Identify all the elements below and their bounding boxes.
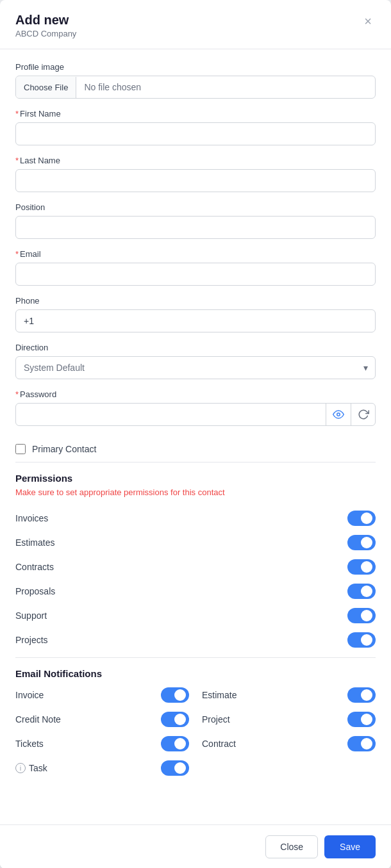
- email-label: *Email: [15, 249, 376, 259]
- permission-label-contracts: Contracts: [15, 562, 54, 572]
- refresh-icon: [358, 409, 369, 420]
- notif-label-estimate: Estimate: [202, 690, 237, 700]
- permission-label-estimates: Estimates: [15, 537, 54, 548]
- toggle-support[interactable]: [347, 608, 376, 623]
- permissions-list: Invoices Estimates Contracts: [15, 506, 376, 652]
- last-name-label: *Last Name: [15, 156, 376, 165]
- permission-row-projects: Projects: [15, 628, 376, 652]
- toggle-support-slider: [347, 608, 376, 623]
- toggle-invoices[interactable]: [347, 511, 376, 526]
- toggle-credit-note-notif-slider: [161, 712, 189, 727]
- notif-row-project: Project: [202, 707, 376, 732]
- phone-group: Phone +1: [15, 296, 376, 332]
- first-name-group: *First Name: [15, 109, 376, 145]
- toggle-invoice-notif[interactable]: [161, 687, 189, 703]
- svg-point-0: [337, 413, 340, 416]
- toggle-tickets-notif[interactable]: [161, 736, 189, 751]
- eye-icon: [333, 409, 344, 420]
- notif-row-invoice: Invoice: [15, 683, 189, 707]
- permissions-warning: Make sure to set appropriate permissions…: [15, 487, 376, 497]
- position-input[interactable]: [15, 216, 376, 239]
- notif-label-credit-note: Credit Note: [15, 714, 61, 725]
- toggle-invoice-notif-slider: [161, 687, 189, 703]
- modal-body: Profile image Choose File No file chosen…: [0, 49, 391, 817]
- toggle-contract-notif-slider: [347, 736, 376, 751]
- direction-label: Direction: [15, 343, 376, 352]
- toggle-task-notif[interactable]: [161, 760, 189, 776]
- phone-input[interactable]: +1: [15, 309, 376, 332]
- toggle-estimates-slider: [347, 535, 376, 550]
- email-notifications-title: Email Notifications: [15, 668, 376, 679]
- permissions-title: Permissions: [15, 473, 376, 484]
- file-name-display: No file chosen: [76, 76, 149, 98]
- password-icons: [326, 403, 376, 426]
- modal-footer: Close Save: [0, 824, 391, 868]
- password-label: *Password: [15, 389, 376, 399]
- modal-header: Add new ABCD Company ×: [0, 0, 391, 49]
- modal-title-block: Add new ABCD Company: [15, 13, 76, 38]
- add-new-modal: Add new ABCD Company × Profile image Cho…: [0, 0, 391, 868]
- password-group: *Password: [15, 389, 376, 426]
- permission-row-proposals: Proposals: [15, 579, 376, 603]
- notif-label-task: i Task: [15, 763, 47, 773]
- permission-label-projects: Projects: [15, 635, 48, 645]
- first-name-input[interactable]: [15, 122, 376, 145]
- task-info-icon: i: [15, 763, 26, 773]
- toggle-password-visibility-button[interactable]: [326, 403, 351, 426]
- toggle-estimates[interactable]: [347, 535, 376, 550]
- toggle-proposals-slider: [347, 584, 376, 599]
- phone-label: Phone: [15, 296, 376, 306]
- modal-close-button[interactable]: ×: [360, 13, 376, 30]
- profile-image-label: Profile image: [15, 62, 376, 72]
- permission-row-invoices: Invoices: [15, 506, 376, 530]
- toggle-tickets-notif-slider: [161, 736, 189, 751]
- first-name-label: *First Name: [15, 109, 376, 119]
- password-wrapper: [15, 403, 376, 426]
- toggle-proposals[interactable]: [347, 584, 376, 599]
- toggle-project-notif-slider: [347, 712, 376, 727]
- toggle-contract-notif[interactable]: [347, 736, 376, 751]
- permissions-section: Permissions Make sure to set appropriate…: [15, 462, 376, 657]
- toggle-invoices-slider: [347, 511, 376, 526]
- toggle-contracts[interactable]: [347, 559, 376, 575]
- toggle-contracts-slider: [347, 559, 376, 575]
- notif-row-credit-note: Credit Note: [15, 707, 189, 732]
- primary-contact-group: Primary Contact: [15, 436, 376, 462]
- modal-subtitle: ABCD Company: [15, 29, 76, 38]
- permission-label-support: Support: [15, 610, 47, 621]
- toggle-estimate-notif-slider: [347, 687, 376, 703]
- refresh-password-button[interactable]: [351, 403, 376, 426]
- password-input[interactable]: [15, 403, 376, 426]
- permission-row-support: Support: [15, 603, 376, 628]
- last-name-input[interactable]: [15, 169, 376, 192]
- direction-select[interactable]: System Default LTR RTL: [15, 356, 376, 379]
- choose-file-button[interactable]: Choose File: [16, 77, 76, 98]
- last-name-group: *Last Name: [15, 156, 376, 192]
- direction-select-wrapper: System Default LTR RTL ▾: [15, 356, 376, 379]
- email-notifications-section: Email Notifications Invoice Credit Note: [15, 657, 376, 785]
- toggle-projects[interactable]: [347, 632, 376, 648]
- notif-row-estimate: Estimate: [202, 683, 376, 707]
- primary-contact-label[interactable]: Primary Contact: [32, 444, 96, 454]
- save-button[interactable]: Save: [324, 835, 376, 858]
- primary-contact-checkbox[interactable]: [15, 444, 26, 454]
- notif-label-project: Project: [202, 714, 230, 725]
- close-button[interactable]: Close: [265, 835, 318, 858]
- permission-label-invoices: Invoices: [15, 513, 48, 523]
- profile-image-group: Profile image Choose File No file chosen: [15, 62, 376, 99]
- notifications-right-col: Estimate Project Con: [202, 683, 376, 780]
- toggle-credit-note-notif[interactable]: [161, 712, 189, 727]
- direction-group: Direction System Default LTR RTL ▾: [15, 343, 376, 379]
- toggle-task-notif-slider: [161, 760, 189, 776]
- file-input-wrapper: Choose File No file chosen: [15, 76, 376, 99]
- email-group: *Email: [15, 249, 376, 286]
- permission-row-contracts: Contracts: [15, 555, 376, 579]
- toggle-project-notif[interactable]: [347, 712, 376, 727]
- toggle-estimate-notif[interactable]: [347, 687, 376, 703]
- email-input[interactable]: [15, 263, 376, 286]
- notif-row-task: i Task: [15, 756, 189, 780]
- notif-label-contract: Contract: [202, 739, 236, 749]
- notif-row-contract: Contract: [202, 732, 376, 756]
- notif-row-tickets: Tickets: [15, 732, 189, 756]
- toggle-projects-slider: [347, 632, 376, 648]
